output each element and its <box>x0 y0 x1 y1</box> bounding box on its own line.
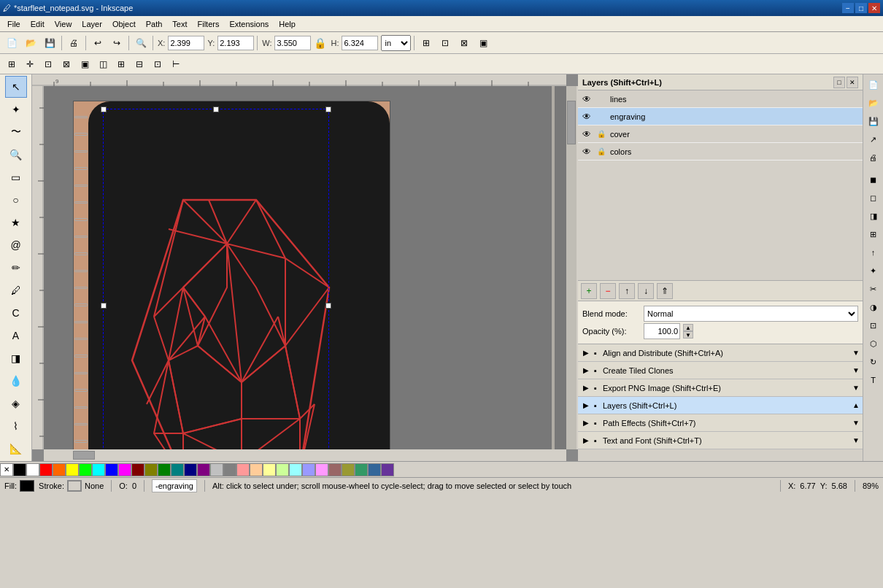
right-new-btn[interactable]: 📄 <box>865 76 882 93</box>
minimize-button[interactable]: − <box>842 3 854 13</box>
menu-filters[interactable]: Filters <box>193 18 224 30</box>
unit-select[interactable]: inpxmmcm <box>381 35 411 51</box>
palette-color-0[interactable] <box>13 463 26 476</box>
print-button[interactable]: 🖨 <box>65 34 82 52</box>
layer-lock-colors[interactable]: 🔒 <box>595 146 607 158</box>
palette-color-14[interactable] <box>197 463 210 476</box>
zoom-in-button[interactable]: 🔍 <box>132 34 150 52</box>
snap-btn7[interactable]: ⊞ <box>112 55 130 73</box>
palette-color-11[interactable] <box>158 463 171 476</box>
palette-color-28[interactable] <box>381 463 394 476</box>
layer-lock-lines[interactable] <box>595 93 607 105</box>
opacity-down-btn[interactable]: ▼ <box>683 331 693 339</box>
palette-color-22[interactable] <box>302 463 315 476</box>
menu-edit[interactable]: Edit <box>26 18 49 30</box>
palette-color-9[interactable] <box>131 463 144 476</box>
remove-layer-btn[interactable]: − <box>600 283 616 299</box>
snap-btn4[interactable]: ⊠ <box>58 55 75 73</box>
snap-btn5[interactable]: ▣ <box>76 55 93 73</box>
palette-color-17[interactable] <box>236 463 250 476</box>
right-nodes-btn[interactable]: ⬡ <box>865 335 882 352</box>
snap-btn2[interactable]: ✛ <box>21 55 39 73</box>
text-tool[interactable]: A <box>5 325 27 347</box>
palette-color-7[interactable] <box>105 463 118 476</box>
open-button[interactable]: 📂 <box>22 34 39 52</box>
menu-text[interactable]: Text <box>168 18 191 30</box>
dialog-item-4[interactable]: ▶ ▪ Path Effects (Shift+Ctrl+7) ▼ <box>578 414 863 432</box>
right-filter-btn[interactable]: ✦ <box>865 262 882 279</box>
menu-view[interactable]: View <box>50 18 77 30</box>
select-tool[interactable]: ↖ <box>5 76 27 98</box>
palette-color-2[interactable] <box>39 463 53 476</box>
align-tc-btn[interactable]: ⊡ <box>436 34 454 52</box>
dialog-item-2[interactable]: ▶ ▪ Export PNG Image (Shift+Ctrl+E) ▼ <box>578 379 863 397</box>
opacity-up-btn[interactable]: ▲ <box>683 324 693 331</box>
palette-color-4[interactable] <box>66 463 79 476</box>
pencil-tool[interactable]: ✏ <box>5 257 27 279</box>
right-open-btn[interactable]: 📂 <box>865 94 882 112</box>
spiral-tool[interactable]: @ <box>5 234 27 256</box>
layer-up-btn[interactable]: ↑ <box>619 283 635 299</box>
zoom-tool[interactable]: 🔍 <box>5 144 27 166</box>
callig-tool[interactable]: C <box>5 302 27 324</box>
node-tool[interactable]: ✦ <box>5 98 27 120</box>
layer-eye-cover[interactable]: 👁 <box>581 128 593 140</box>
layer-item-lines[interactable]: 👁 lines <box>578 90 863 108</box>
x-input[interactable] <box>168 36 204 50</box>
add-layer-btn[interactable]: + <box>581 283 597 299</box>
opacity-input[interactable] <box>644 323 680 339</box>
palette-color-10[interactable] <box>144 463 158 476</box>
dialog-item-3[interactable]: ▶ ▪ Layers (Shift+Ctrl+L) ▲ <box>578 397 863 414</box>
snap-btn8[interactable]: ⊟ <box>131 55 148 73</box>
right-pattern-btn[interactable]: ⊞ <box>865 225 882 243</box>
menu-path[interactable]: Path <box>142 18 167 30</box>
right-export-btn[interactable]: ↗ <box>865 131 882 148</box>
dialog-item-5[interactable]: ▶ ▪ Text and Font (Shift+Ctrl+T) ▼ <box>578 432 863 449</box>
layer-lock-engraving[interactable] <box>595 111 607 123</box>
palette-color-13[interactable] <box>184 463 197 476</box>
vertical-scrollbar[interactable] <box>566 86 578 449</box>
palette-color-8[interactable] <box>118 463 131 476</box>
palette-color-25[interactable] <box>342 463 355 476</box>
star-tool[interactable]: ★ <box>5 212 27 233</box>
palette-color-18[interactable] <box>250 463 263 476</box>
layer-item-engraving[interactable]: 👁 engraving <box>578 108 863 125</box>
palette-color-12[interactable] <box>171 463 184 476</box>
palette-color-16[interactable] <box>223 463 236 476</box>
snap-btn1[interactable]: ⊞ <box>3 55 20 73</box>
layer-eye-engraving[interactable]: 👁 <box>581 111 593 123</box>
dialog-item-1[interactable]: ▶ ▪ Create Tiled Clones ▼ <box>578 362 863 379</box>
panel-undock-btn[interactable]: □ <box>833 77 845 88</box>
layer-eye-lines[interactable]: 👁 <box>581 93 593 105</box>
layer-item-colors[interactable]: 👁 🔒 colors <box>578 143 863 160</box>
spray-tool[interactable]: ◈ <box>5 392 27 414</box>
new-button[interactable]: 📄 <box>3 34 20 52</box>
y-input[interactable] <box>217 36 254 50</box>
right-stroke-btn[interactable]: ◻ <box>865 189 882 206</box>
layer-indicator[interactable]: -engraving <box>152 479 197 492</box>
right-clip-btn[interactable]: ✂ <box>865 280 882 298</box>
snap-btn9[interactable]: ⊡ <box>149 55 166 73</box>
ellipse-tool[interactable]: ○ <box>5 189 27 211</box>
h-input[interactable] <box>342 36 378 50</box>
right-mask-btn[interactable]: ◑ <box>865 298 882 316</box>
close-button[interactable]: ✕ <box>868 3 880 13</box>
layer-lock-cover[interactable]: 🔒 <box>595 128 607 140</box>
menu-file[interactable]: File <box>3 18 25 30</box>
align-tl-btn[interactable]: ⊞ <box>417 34 435 52</box>
right-text-btn[interactable]: T <box>865 371 882 389</box>
menu-object[interactable]: Object <box>108 18 140 30</box>
rect-tool[interactable]: ▭ <box>5 166 27 188</box>
snap-btn3[interactable]: ⊡ <box>39 55 57 73</box>
menu-help[interactable]: Help <box>274 18 300 30</box>
snap-btn10[interactable]: ⊢ <box>167 55 185 73</box>
hscroll-thumb[interactable] <box>73 451 95 460</box>
right-gradient-btn[interactable]: ◨ <box>865 207 882 225</box>
align-bl-btn[interactable]: ▣ <box>474 34 492 52</box>
tweak-tool[interactable]: 〜 <box>5 121 27 143</box>
layer-eye-colors[interactable]: 👁 <box>581 146 593 158</box>
snap-btn6[interactable]: ◫ <box>94 55 112 73</box>
panel-close-btn[interactable]: ✕ <box>847 77 858 88</box>
measure-tool[interactable]: 📐 <box>5 438 27 460</box>
lock-icon[interactable]: 🔒 <box>314 37 326 49</box>
